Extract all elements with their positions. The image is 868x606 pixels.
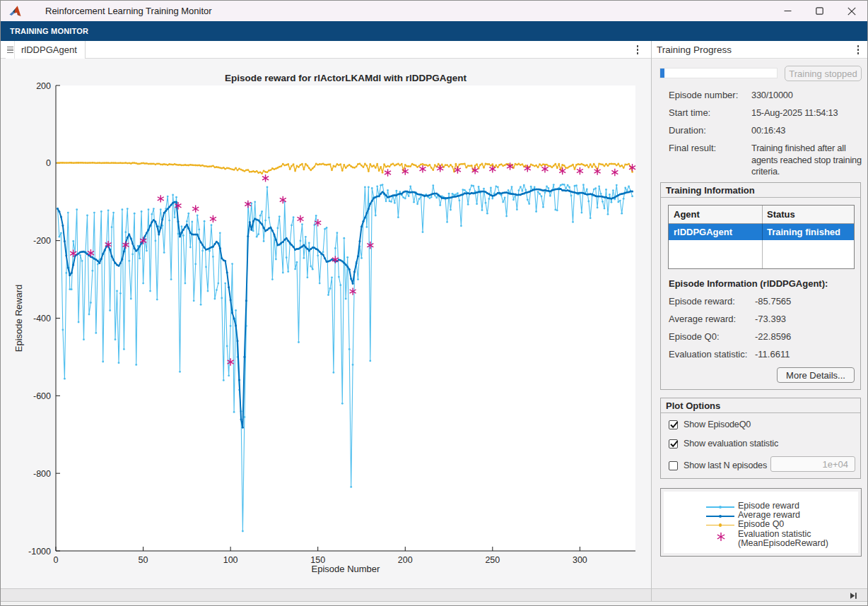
legend-line-swatch [706,516,734,517]
info-value: 330/10000 [751,90,864,102]
progress-bar [659,68,778,78]
legend-box: Episode rewardAverage rewardEpisode Q0Ev… [660,488,862,557]
row-value: -73.393 [755,314,786,324]
training-chart[interactable]: 0501001502002503002000-200-400-600-800-1… [1,59,651,588]
legend-label: Evaluation statistic (MeanEpisodeReward) [738,530,828,547]
legend-marker-dot [719,515,722,518]
toolstrip-ribbon: TRAINING MONITOR [1,21,867,41]
column-header-agent: Agent [669,209,762,220]
hamburger-line [7,52,13,53]
info-row-episode-number: Episode number: 330/10000 [669,90,863,100]
info-label: Final result: [669,143,716,153]
window-bottom-edge [1,602,867,605]
x-tick-label: 250 [485,555,500,565]
checkbox-label: Show last N episodes [684,461,767,470]
average-reward-row: Average reward: -73.393 [669,314,736,324]
episode-reward-row: Episode reward: -85.7565 [669,296,735,307]
maximize-button[interactable] [804,1,835,21]
show-last-n-episodes-checkbox[interactable] [669,461,678,470]
hamburger-line [7,47,13,47]
kebab-dot [637,49,639,51]
show-episodeq0-checkbox[interactable] [669,420,678,429]
row-label: Episode Q0: [669,331,720,342]
checkbox-row-episodeq0: Show EpisodeQ0 [669,420,751,429]
cell-status: Training finished [762,227,854,237]
kebab-dot [637,52,639,54]
progress-bar-fill [660,69,664,78]
hamburger-line [7,49,13,49]
maximize-icon [816,7,823,15]
kebab-dot [857,45,860,47]
column-header-status: Status [762,209,854,220]
info-value: Training finished after all agents reach… [751,143,864,178]
kebab-dot [637,45,639,47]
legend-marker-dot [719,523,722,526]
n-episodes-input[interactable] [770,456,855,472]
info-row-final-result: Final result: Training finished after al… [669,143,863,153]
panel-options-button[interactable] [853,41,863,59]
info-value: 15-Aug-2025 11:54:13 [751,107,864,119]
x-tick-label: 50 [139,555,148,565]
minimize-button[interactable] [772,1,804,21]
episode-information-title: Episode Information (rlDDPGAgent): [669,278,828,289]
table-row[interactable]: rlDDPGAgent Training finished [669,224,854,240]
info-row-start-time: Start time: 15-Aug-2025 11:54:13 [669,107,863,118]
legend-line-swatch [706,506,734,508]
legend-label: Average reward [738,511,800,520]
legend-label: Episode reward [738,501,799,511]
y-tick-label: 0 [46,158,51,168]
y-tick-label: -800 [33,469,51,479]
kebab-dot [857,49,860,51]
x-tick-label: 200 [398,555,413,565]
row-label: Episode reward: [669,296,735,307]
close-button[interactable] [835,1,867,21]
doc-tab-label: rlDDPGAgent [21,44,77,55]
training-progress-panel: Training stopped Episode number: 330/100… [652,59,867,588]
document-options-button[interactable] [633,41,643,59]
x-tick-label: 100 [223,555,238,565]
training-stopped-button[interactable]: Training stopped [785,66,862,81]
y-tick-label: 200 [36,81,51,91]
row-label: Average reward: [669,314,736,324]
panel-title: Training Progress [657,41,732,59]
minimize-icon [784,7,792,15]
legend-asterisk-swatch [715,531,727,542]
info-label: Episode number: [669,90,738,100]
status-bar [1,588,867,602]
tab-rlddpgagent[interactable]: rlDDPGAgent [15,41,86,59]
legend-line-swatch [706,525,734,526]
matlab-logo-icon [9,6,22,17]
document-bar-handle[interactable] [6,41,15,59]
legend-label: Episode Q0 [738,520,784,529]
checkbox-row-last-n: Show last N episodes [669,461,767,470]
kebab-dot [857,52,860,54]
hamburger-line [7,50,13,51]
show-evaluation-statistic-checkbox[interactable] [669,439,678,448]
agent-status-table: Agent Status rlDDPGAgent Training finish… [668,205,855,269]
more-details-button[interactable]: More Details... [777,367,855,383]
plot-options-title: Plot Options [661,398,860,413]
episode-q0-row: Episode Q0: -22.8596 [669,331,720,342]
evaluation-statistic-row: Evaluation statistic: -11.6611 [669,349,747,360]
info-label: Start time: [669,107,710,118]
checkbox-row-evaluation: Show evaluation statistic [669,439,778,448]
row-value: -22.8596 [755,331,791,342]
pane-splitter[interactable] [651,41,652,602]
y-tick-label: -600 [33,391,51,401]
row-value: -11.6611 [755,349,790,360]
table-column-divider [762,206,763,268]
row-value: -85.7565 [755,296,791,307]
skip-to-end-icon[interactable] [850,592,857,600]
tab-training-monitor[interactable]: TRAINING MONITOR [10,21,88,41]
y-axis-label: Episode Reward [13,285,24,352]
info-value: 00:16:43 [751,125,864,137]
close-icon [848,7,856,16]
figure-area: 0501001502002503002000-200-400-600-800-1… [1,59,651,588]
info-row-duration: Duration: 00:16:43 [669,125,863,136]
training-information-title: Training Information [661,183,860,198]
plot-options-group: Plot Options Show EpisodeQ0 Show evaluat… [660,398,861,479]
y-tick-label: -400 [33,314,51,323]
title-bar: Reinforcement Learning Training Monitor [1,1,867,21]
y-tick-label: -200 [33,236,51,246]
table-header-row: Agent Status [669,206,854,224]
